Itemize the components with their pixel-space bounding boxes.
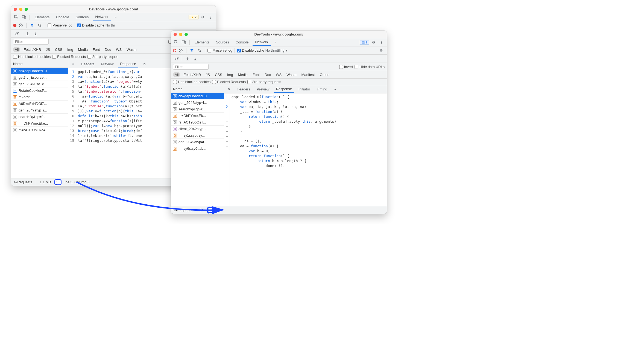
type-wasm[interactable]: Wasm — [125, 47, 138, 52]
type-ws[interactable]: WS — [274, 72, 283, 77]
network-conditions-icon[interactable] — [173, 55, 180, 62]
network-settings-icon[interactable]: ⚙ — [378, 47, 385, 54]
inspect-icon[interactable] — [173, 39, 180, 46]
close-icon[interactable] — [14, 8, 17, 11]
type-fetch[interactable]: Fetch/XHR — [182, 72, 203, 77]
upload-har-icon[interactable] — [24, 30, 31, 37]
type-font[interactable]: Font — [251, 72, 261, 77]
request-row[interactable]: ⟨⟩m=hfcr — [11, 94, 68, 101]
upload-har-icon[interactable] — [184, 55, 191, 62]
pretty-print-button[interactable]: { } — [54, 179, 62, 185]
request-row[interactable]: ⟨⟩search?q&cp=0... — [171, 106, 224, 113]
request-row[interactable]: ⟨⟩client_204?atyp... — [171, 126, 224, 132]
settings-icon[interactable]: ⚙ — [200, 14, 206, 20]
type-js[interactable]: JS — [204, 72, 212, 77]
preserve-log-checkbox[interactable]: Preserve log — [207, 48, 232, 52]
type-fetch[interactable]: Fetch/XHR — [22, 47, 43, 52]
type-all[interactable]: All — [13, 47, 20, 52]
pretty-print-button[interactable]: { } — [207, 207, 214, 213]
throttling-chevron-icon[interactable]: ▾ — [286, 48, 288, 52]
preserve-log-checkbox[interactable]: Preserve log — [48, 23, 72, 27]
tab-elements[interactable]: Elements — [32, 14, 52, 20]
request-row[interactable]: ⟨⟩m=sy6s,sy6t,aL... — [171, 145, 224, 152]
request-row[interactable]: ⟨⟩rs=ACT90oGsT... — [171, 119, 224, 126]
tab-sources[interactable]: Sources — [213, 39, 232, 45]
request-row[interactable]: ⟨⟩get?rt=j&sourcei... — [11, 74, 68, 81]
dtab-response[interactable]: Response — [274, 86, 294, 93]
kebab-icon[interactable]: ⋮ — [378, 39, 385, 46]
dtab-initiator[interactable]: In — [140, 61, 148, 67]
filter-input[interactable] — [173, 64, 209, 70]
close-detail-icon[interactable]: ✕ — [226, 86, 232, 93]
disable-cache-checkbox[interactable]: Disable cache — [237, 48, 264, 52]
type-manifest[interactable]: Manifest — [300, 72, 316, 77]
name-column-header[interactable]: Name — [11, 60, 68, 68]
more-dtabs-icon[interactable]: » — [332, 86, 338, 93]
dtab-timing[interactable]: Timing — [315, 86, 330, 92]
messages-badge[interactable]: ▤1 — [360, 40, 369, 45]
inspect-icon[interactable] — [13, 14, 20, 20]
zoom-icon[interactable] — [25, 8, 28, 11]
dtab-preview[interactable]: Preview — [99, 61, 116, 67]
search-icon[interactable] — [36, 22, 43, 29]
dtab-headers[interactable]: Headers — [235, 86, 252, 92]
type-media[interactable]: Media — [236, 72, 249, 77]
request-row[interactable]: ⟨⟩m=DhPYme,Eke... — [11, 120, 68, 127]
settings-icon[interactable]: ⚙ — [370, 39, 377, 46]
clear-icon[interactable] — [177, 47, 184, 54]
has-blocked-cookies[interactable]: Has blocked cookies — [173, 80, 210, 84]
dtab-initiator[interactable]: Initiator — [296, 86, 312, 92]
request-row[interactable]: ≡RotateCookiesP... — [11, 87, 68, 94]
device-toggle-icon[interactable] — [181, 39, 187, 46]
tab-elements[interactable]: Elements — [192, 39, 212, 45]
blocked-requests[interactable]: Blocked Requests — [212, 80, 246, 84]
type-js[interactable]: JS — [44, 47, 52, 52]
third-party-requests[interactable]: 3rd-party reques — [87, 55, 118, 59]
has-blocked-cookies[interactable]: Has blocked cookies — [13, 55, 51, 59]
tab-network[interactable]: Network — [93, 14, 111, 20]
zoom-icon[interactable] — [185, 33, 188, 36]
type-media[interactable]: Media — [77, 47, 89, 52]
invert-checkbox[interactable]: Invert — [339, 65, 353, 69]
filter-icon[interactable] — [189, 47, 195, 54]
throttling-select[interactable]: No thr — [106, 23, 115, 27]
tab-console[interactable]: Console — [53, 14, 72, 20]
type-wasm[interactable]: Wasm — [285, 72, 298, 77]
request-row[interactable]: ⟨⟩gen_204?use_c... — [11, 81, 68, 87]
device-toggle-icon[interactable] — [21, 14, 27, 20]
filter-input[interactable] — [13, 39, 49, 45]
type-doc[interactable]: Doc — [263, 72, 273, 77]
tab-sources[interactable]: Sources — [73, 14, 92, 20]
request-row[interactable]: ⟨⟩search?q&cp=0... — [11, 114, 68, 120]
disable-cache-checkbox[interactable]: Disable cache — [77, 23, 104, 27]
name-column-header[interactable]: Name — [171, 85, 224, 93]
type-all[interactable]: All — [173, 72, 180, 77]
code-area[interactable]: gapi.loaded_0(function(_) { var window =… — [230, 93, 387, 206]
type-css[interactable]: CSS — [213, 72, 224, 77]
tab-network[interactable]: Network — [253, 39, 271, 46]
warnings-badge[interactable]: ▲2 — [189, 15, 198, 19]
dtab-response[interactable]: Response — [118, 61, 138, 67]
type-css[interactable]: CSS — [53, 47, 64, 52]
download-har-icon[interactable] — [192, 55, 198, 62]
dtab-preview[interactable]: Preview — [254, 86, 271, 92]
more-tabs-icon[interactable]: » — [112, 14, 119, 20]
record-button[interactable] — [13, 24, 16, 27]
minimize-icon[interactable] — [179, 33, 182, 36]
more-tabs-icon[interactable]: » — [272, 39, 279, 46]
request-row[interactable]: ⟨⟩gen_204?atyp=i... — [171, 99, 224, 106]
download-har-icon[interactable] — [32, 30, 39, 37]
filter-icon[interactable] — [29, 22, 35, 29]
request-row[interactable]: ⟨⟩rs=ACT90oFKZ4 — [11, 127, 68, 133]
request-row[interactable]: ⟨⟩m=sy1r,sybt,sy... — [171, 132, 224, 139]
type-other[interactable]: Other — [318, 72, 330, 77]
tab-console[interactable]: Console — [233, 39, 251, 45]
minimize-icon[interactable] — [19, 8, 22, 11]
type-font[interactable]: Font — [91, 47, 101, 52]
hide-data-urls-checkbox[interactable]: Hide data URLs — [355, 65, 385, 69]
request-row[interactable]: ⟨⟩cb=gapi.loaded_0 — [171, 93, 224, 99]
type-ws[interactable]: WS — [114, 47, 123, 52]
request-row[interactable]: ⟨⟩m=DhPYme,Ek... — [171, 113, 224, 119]
clear-icon[interactable] — [17, 22, 24, 29]
request-row[interactable]: ⟨⟩cb=gapi.loaded_0 — [11, 68, 68, 74]
